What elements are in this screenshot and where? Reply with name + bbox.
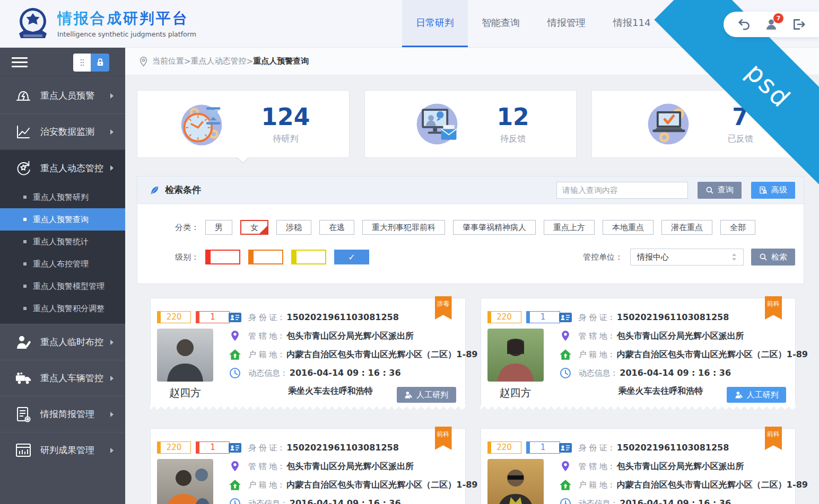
category-chip-male[interactable]: 男 [205,220,232,235]
residence-row: 户 籍 地 : 内蒙古自治区包头市青山区光辉小区（二区）1-89 [559,349,788,360]
stat-cards: 124 待研判 1 [137,90,804,158]
category-chip-criminal-record[interactable]: 重大刑事犯罪前科 [362,220,445,235]
category-chip-key-petition[interactable]: 重点上方 [544,220,595,235]
location-pin-icon [139,56,148,67]
search-input[interactable] [556,182,688,199]
sidebar-subitem-alert-stats[interactable]: 重点人预警统计 [0,231,125,253]
score-badge: 220 [487,311,521,323]
level-chip-blue-checked[interactable] [334,250,369,264]
manual-judgment-button[interactable]: 人工研判 [397,387,456,403]
person-photo[interactable] [487,329,544,382]
sidebar-subitem-control-management[interactable]: 重点人布控管理 [0,253,125,275]
tab-daily-judgment[interactable]: 日常研判 [402,0,468,47]
level-badge: 1 [196,311,230,323]
main-content: 124 待研判 1 [125,75,819,504]
sidebar-menu: 重点人员预警 治安数据监测 重点人动态管控 [0,77,125,468]
stat-value: 12 [496,103,529,130]
user-icon[interactable]: 7 [764,17,778,31]
logo: 情报合成研判平台 Intelligence synthetic judgment… [16,6,196,41]
level-chip-yellow[interactable] [291,250,326,264]
breadcrumb-current: 重点人预警查询 [253,56,309,66]
category-chip-local-key[interactable]: 本地重点 [603,220,654,235]
id-card-icon [559,312,572,323]
hamburger-icon[interactable] [12,55,28,70]
sidebar-item-briefing[interactable]: 情报简报管理 [0,396,125,432]
tab-intel-management[interactable]: 情报管理 [534,0,599,47]
clock-icon [559,367,572,379]
person-name: 赵四方 [487,386,544,400]
chevron-right-icon [110,412,114,417]
sidebar-item-results[interactable]: 研判成果管理 [0,432,125,468]
dynamic-info-row: 动态信息 : 2016-04-14 09 : 16 : 36 [229,498,457,504]
person-judge-icon [735,391,743,399]
control-unit-group: 管控单位： 情报中心 检索 [583,249,795,266]
category-chip-mental[interactable]: 肇事肇祸精神病人 [453,220,536,235]
category-chip-female[interactable]: 女 [240,220,268,235]
search-panel-title: 检索条件 [165,184,201,196]
breadcrumb-separator: > [184,57,191,66]
category-chip-all[interactable]: 全部 [720,220,755,235]
sidebar-item-temp-control[interactable]: 重点人临时布控 [0,324,125,360]
chevron-right-icon [110,165,114,171]
residence-row: 户 籍 地 : 内蒙古自治区包头市青山区光辉小区（二区）1-89 [559,479,788,491]
stat-card-pending[interactable]: 124 待研判 [137,90,350,158]
control-unit-select[interactable]: 情报中心 [630,249,744,266]
notification-badge: 7 [773,13,783,23]
breadcrumb-location-label: 当前位置 [152,56,184,66]
clock-icon [229,498,241,504]
person-card: 前科 220 1 赵四方 [150,428,466,504]
person-photo[interactable] [157,329,213,382]
grip-icon[interactable] [73,54,91,72]
level-chip-orange[interactable] [248,250,283,264]
sidebar-subitem-alert-judgment[interactable]: 重点人预警研判 [0,186,125,208]
sidebar-item-vehicle-control[interactable]: 重点人车辆管控 [0,360,125,396]
sidebar-subitem-alert-query[interactable]: 重点人预警查询 [0,208,125,231]
category-chip-fugitive[interactable]: 在逃 [319,220,354,235]
person-card: 涉毒 220 1 赵四方 [150,298,466,410]
awaiting-feedback-icon [412,99,463,149]
query-button[interactable]: 查询 [698,182,742,199]
alarm-icon [15,87,32,104]
category-chip-potential-key[interactable]: 潜在重点 [661,220,712,235]
sidebar-item-dynamic-control[interactable]: 重点人动态管控 [0,150,125,186]
location-icon [229,461,241,472]
sidebar-item-person-alert[interactable]: 重点人员预警 [0,77,125,113]
logout-icon[interactable] [792,17,806,31]
id-row: 身 份 证 : 1502021961103081258 [229,442,457,454]
sidebar-item-label: 研判成果管理 [40,444,94,456]
sidebar-lock-toggle[interactable] [73,54,109,72]
score-badge: 220 [157,441,191,454]
person-name: 赵四方 [157,386,213,400]
stat-text: 124 待研判 [261,103,310,145]
residence-row: 户 籍 地 : 内蒙古自治区包头市青山区光辉小区（二区）1-89 [229,349,457,360]
tab-smart-query[interactable]: 智能查询 [468,0,534,47]
dynamic-info-row: 动态信息 : 2016-04-14 09 : 16 : 36 [229,367,457,379]
lock-icon[interactable] [91,54,109,72]
stat-value: 124 [261,103,310,130]
category-chip-stability[interactable]: 涉稳 [276,220,311,235]
retrieve-button[interactable]: 检索 [751,249,795,266]
person-photo[interactable] [487,459,544,504]
pending-judgment-icon [176,99,227,149]
jurisdiction-row: 管 辖 地 : 包头市青山区分局光辉小区派出所 [229,330,457,342]
id-card-icon [229,442,241,454]
person-card-grid: 涉毒 220 1 赵四方 [150,298,796,504]
sidebar-item-label: 情报简报管理 [40,408,94,420]
category-filter-row: 分类： 男 女 涉稳 在逃 重大刑事犯罪前科 肇事肇祸精神病人 重点上方 本地重… [137,220,804,235]
stat-card-awaiting-feedback[interactable]: 12 待反馈 [364,90,577,158]
line-chart-icon [15,123,32,140]
level-chip-red[interactable] [205,250,240,264]
sidebar-group-dynamic-control: 重点人动态管控 重点人预警研判 重点人预警查询 重点人预警统计 重点人布控管理 … [0,149,125,324]
score-badge: 220 [487,441,521,454]
breadcrumb-parent[interactable]: 重点人动态管控 [191,56,247,66]
tab-intel-114[interactable]: 情报114 [599,0,664,47]
sidebar-subitem-score-adjust[interactable]: 重点人预警积分调整 [0,297,125,320]
sort-arrows-icon [731,253,737,261]
person-photo[interactable] [157,459,213,504]
sidebar-subitem-model-management[interactable]: 重点人预警模型管理 [0,275,125,297]
sidebar-item-security-data[interactable]: 治安数据监测 [0,113,125,149]
undo-icon[interactable] [737,17,751,31]
advanced-button[interactable]: 高级 [751,182,795,199]
jurisdiction-row: 管 辖 地 : 包头市青山区分局光辉小区派出所 [559,330,788,342]
manual-judgment-button[interactable]: 人工研判 [727,387,786,403]
